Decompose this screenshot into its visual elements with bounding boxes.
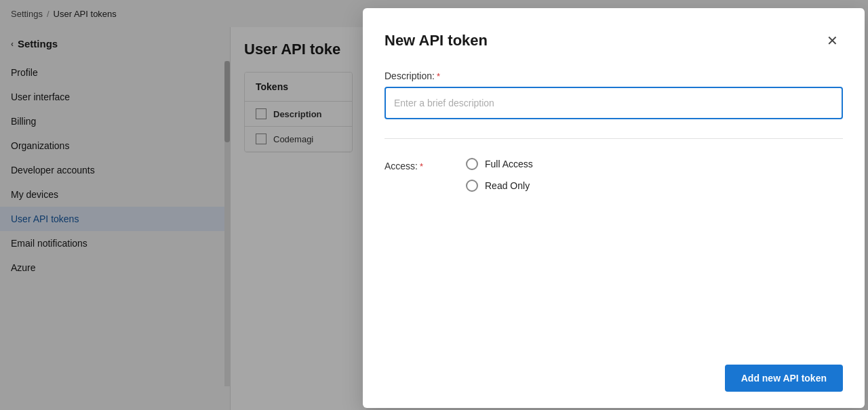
modal-body: Description: * Access: * Full Access Rea… xyxy=(384,70,843,354)
new-api-token-modal: New API token ✕ Description: * Access: *… xyxy=(363,8,865,408)
read-only-radio[interactable] xyxy=(466,180,478,192)
access-required-star: * xyxy=(420,161,423,171)
description-label-text: Description: xyxy=(384,70,435,81)
full-access-label: Full Access xyxy=(485,159,533,169)
modal-header: New API token ✕ xyxy=(384,30,843,52)
description-required-star: * xyxy=(437,71,440,81)
modal-title: New API token xyxy=(384,32,488,49)
description-field-label: Description: * xyxy=(384,70,843,81)
full-access-option[interactable]: Full Access xyxy=(466,158,533,170)
modal-divider xyxy=(384,138,843,139)
modal-close-button[interactable]: ✕ xyxy=(821,30,843,52)
full-access-radio[interactable] xyxy=(466,158,478,170)
modal-footer: Add new API token xyxy=(384,354,843,392)
access-field-label: Access: * xyxy=(384,158,439,171)
read-only-option[interactable]: Read Only xyxy=(466,180,533,192)
description-input[interactable] xyxy=(384,87,843,119)
read-only-label: Read Only xyxy=(485,180,530,191)
access-radio-group: Full Access Read Only xyxy=(466,158,533,192)
access-label-text: Access: xyxy=(384,161,418,171)
access-row: Access: * Full Access Read Only xyxy=(384,158,843,192)
add-new-api-token-button[interactable]: Add new API token xyxy=(725,365,843,392)
